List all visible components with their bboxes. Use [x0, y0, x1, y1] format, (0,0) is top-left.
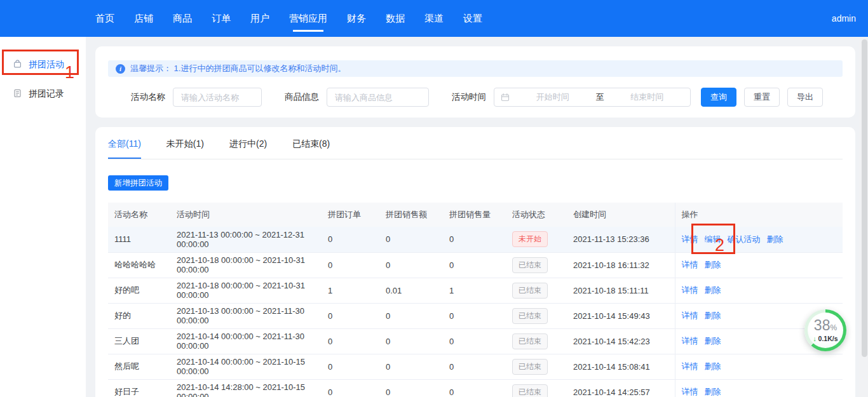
cell-activity-name: 三人团 — [108, 328, 170, 354]
tab-已结束(8)[interactable]: 已结束(8) — [292, 138, 330, 159]
start-time-placeholder[interactable]: 开始时间 — [510, 91, 596, 103]
add-activity-button[interactable]: 新增拼团活动 — [108, 175, 168, 191]
group-record-icon — [13, 88, 22, 100]
action-detail[interactable]: 详情 — [682, 285, 698, 295]
cell-activity-time: 2021-10-14 00:00:00 ~ 2021-11-30 00:00:0… — [170, 328, 322, 354]
table-row: 好日子2021-10-14 14:28:00 ~ 2021-10-15 00:0… — [108, 379, 843, 397]
cell-orders: 0 — [322, 303, 379, 328]
cell-sales-volume: 1 — [443, 278, 506, 303]
action-delete[interactable]: 删除 — [705, 387, 721, 396]
activity-name-input[interactable] — [173, 88, 262, 107]
cell-activity-name: 好的 — [108, 303, 170, 328]
reset-button[interactable]: 重置 — [744, 88, 780, 107]
action-confirm[interactable]: 确认活动 — [728, 234, 761, 244]
column-header: 活动时间 — [170, 203, 322, 227]
action-edit[interactable]: 编辑 — [705, 234, 721, 244]
notice-bar: i 温馨提示： 1.进行中的拼团商品可以修改名称和活动时间。 — [108, 60, 843, 77]
cell-sales-amount: 0 — [379, 379, 443, 397]
cell-sales-volume: 0 — [443, 379, 506, 397]
action-delete[interactable]: 删除 — [705, 361, 721, 371]
cell-orders: 0 — [322, 354, 379, 379]
cell-status: 已结束 — [506, 252, 567, 278]
export-button[interactable]: 导出 — [787, 88, 823, 107]
tab-全部(11)[interactable]: 全部(11) — [108, 138, 141, 159]
sidebar-item-拼团活动[interactable]: 拼团活动 — [0, 53, 86, 76]
user-menu[interactable]: admin — [832, 0, 856, 37]
nav-item-订单[interactable]: 订单 — [212, 0, 231, 37]
cell-status: 已结束 — [506, 303, 567, 328]
table-row: 然后呢2021-10-14 00:00:00 ~ 2021-10-15 00:0… — [108, 354, 843, 379]
cell-status: 已结束 — [506, 354, 567, 379]
cell-activity-time: 2021-11-13 00:00:00 ~ 2021-12-31 00:00:0… — [170, 227, 322, 252]
action-detail[interactable]: 详情 — [682, 234, 698, 244]
cell-actions: 详情删除 — [675, 354, 843, 379]
filter-row: 活动名称 商品信息 活动时间 开始时间 至 结束时间 查询 重置 导出 — [95, 88, 855, 107]
action-delete[interactable]: 删除 — [705, 311, 721, 320]
range-separator: 至 — [596, 91, 604, 103]
column-header: 拼团销售额 — [379, 203, 443, 227]
nav-item-商品[interactable]: 商品 — [173, 0, 192, 37]
cell-sales-amount: 0 — [379, 252, 443, 278]
action-detail[interactable]: 详情 — [682, 311, 698, 320]
status-badge: 已结束 — [512, 283, 548, 299]
nav-item-设置[interactable]: 设置 — [463, 0, 482, 37]
status-tabs: 全部(11)未开始(1)进行中(2)已结束(8) — [108, 138, 843, 159]
cell-created-time: 2021-10-14 15:49:43 — [567, 303, 675, 328]
cell-actions: 详情编辑确认活动删除 — [675, 227, 843, 252]
action-detail[interactable]: 详情 — [682, 361, 698, 371]
filter-panel: i 温馨提示： 1.进行中的拼团商品可以修改名称和活动时间。 活动名称 商品信息… — [95, 46, 855, 118]
sidebar: 拼团活动拼团记录 — [0, 37, 86, 397]
calendar-icon — [501, 93, 510, 102]
status-badge: 已结束 — [512, 308, 548, 324]
action-delete[interactable]: 删除 — [705, 260, 721, 269]
nav-item-店铺[interactable]: 店铺 — [134, 0, 153, 37]
action-detail[interactable]: 详情 — [682, 336, 698, 346]
cell-activity-time: 2021-10-14 00:00:00 ~ 2021-10-15 00:00:0… — [170, 354, 322, 379]
date-range-picker[interactable]: 开始时间 至 结束时间 — [494, 88, 691, 107]
cell-sales-volume: 0 — [443, 328, 506, 354]
network-monitor-widget[interactable]: 38% ↓ 0.1K/s — [804, 309, 846, 351]
action-delete[interactable]: 删除 — [767, 234, 783, 244]
cell-status: 已结束 — [506, 278, 567, 303]
nav-item-渠道[interactable]: 渠道 — [424, 0, 444, 37]
cell-actions: 详情删除 — [675, 278, 843, 303]
nav-item-财务[interactable]: 财务 — [347, 0, 366, 37]
cell-sales-volume: 0 — [443, 252, 506, 278]
action-detail[interactable]: 详情 — [682, 387, 698, 396]
action-delete[interactable]: 删除 — [705, 336, 721, 346]
column-header: 拼团订单 — [322, 203, 379, 227]
scrollbar-thumb[interactable] — [862, 39, 867, 357]
cell-orders: 1 — [322, 278, 379, 303]
tab-进行中(2)[interactable]: 进行中(2) — [229, 138, 267, 159]
cell-created-time: 2021-10-14 15:42:23 — [567, 328, 675, 354]
cell-status: 已结束 — [506, 379, 567, 397]
info-icon: i — [116, 64, 125, 74]
nav-item-用户[interactable]: 用户 — [250, 0, 269, 37]
action-detail[interactable]: 详情 — [682, 260, 698, 269]
activity-table: 活动名称活动时间拼团订单拼团销售额拼团销售量活动状态创建时间操作 1111202… — [108, 203, 843, 397]
end-time-placeholder[interactable]: 结束时间 — [604, 91, 691, 103]
product-info-input[interactable] — [327, 88, 429, 107]
nav-menu: 首页店铺商品订单用户营销应用财务数据渠道设置 — [0, 0, 482, 37]
cell-sales-amount: 0 — [379, 227, 443, 252]
cell-sales-amount: 0 — [379, 354, 443, 379]
nav-item-营销应用[interactable]: 营销应用 — [289, 0, 327, 37]
battery-percent: 38% — [814, 318, 837, 335]
down-arrow-icon: ↓ — [813, 335, 816, 342]
activity-time-label: 活动时间 — [452, 91, 486, 103]
cell-orders: 0 — [322, 328, 379, 354]
status-badge: 已结束 — [512, 384, 548, 397]
cell-activity-time: 2021-10-13 00:00:00 ~ 2021-11-30 00:00:0… — [170, 303, 322, 328]
sidebar-item-拼团记录[interactable]: 拼团记录 — [0, 83, 86, 105]
cell-sales-volume: 0 — [443, 227, 506, 252]
search-button[interactable]: 查询 — [701, 88, 736, 107]
action-delete[interactable]: 删除 — [705, 285, 721, 295]
cell-status: 未开始 — [506, 227, 567, 252]
tab-未开始(1)[interactable]: 未开始(1) — [166, 138, 204, 159]
nav-item-数据[interactable]: 数据 — [386, 0, 405, 37]
nav-item-首页[interactable]: 首页 — [95, 0, 114, 37]
cell-sales-volume: 0 — [443, 354, 506, 379]
sidebar-item-label: 拼团活动 — [29, 59, 64, 71]
sidebar-item-label: 拼团记录 — [29, 88, 64, 100]
cell-activity-name: 好的吧 — [108, 278, 170, 303]
